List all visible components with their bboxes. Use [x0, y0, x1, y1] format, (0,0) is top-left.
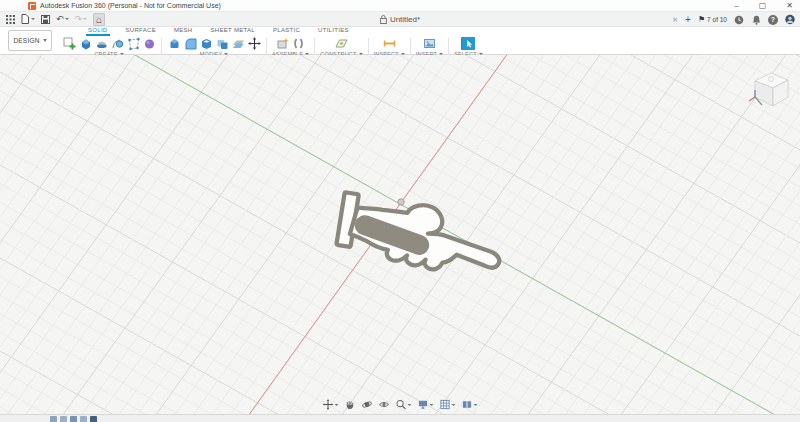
dropdown-caret-icon	[430, 404, 434, 406]
save-icon[interactable]	[41, 13, 50, 26]
group-select: SELECT	[454, 37, 483, 57]
look-at-button[interactable]	[378, 398, 391, 411]
pan-hand-button[interactable]	[344, 398, 357, 411]
joint-icon[interactable]	[292, 37, 306, 50]
dropdown-caret-icon	[31, 18, 35, 20]
dropdown-caret-icon	[452, 404, 456, 406]
move-icon[interactable]	[247, 37, 261, 50]
home-button[interactable]: ⌂	[93, 13, 105, 26]
group-construct: CONSTRUCT	[320, 37, 362, 57]
grid-snaps-button[interactable]	[439, 398, 457, 411]
orbit-button[interactable]	[361, 398, 374, 411]
pan-button[interactable]	[322, 398, 340, 411]
magnifier-icon	[396, 399, 407, 410]
dropdown-caret-icon	[474, 404, 478, 406]
dropdown-caret-icon	[408, 404, 412, 406]
navigation-bar	[322, 398, 479, 411]
group-assemble: ASSEMBLE	[272, 37, 309, 57]
document-tab[interactable]: Untitled*	[380, 12, 420, 27]
group-create: CREATE	[62, 37, 156, 57]
ribbon-tabs: SOLID SURFACE MESH SHEET METAL PLASTIC U…	[58, 27, 800, 36]
group-separator	[410, 38, 411, 55]
dropdown-caret-icon	[65, 18, 69, 20]
tab-solid[interactable]: SOLID	[86, 27, 110, 36]
save-counter-text: 7 of 10	[707, 16, 727, 23]
group-separator	[314, 38, 315, 55]
document-tab-label: Untitled*	[390, 15, 420, 24]
insert-canvas-icon[interactable]	[422, 37, 436, 50]
tab-mesh[interactable]: MESH	[172, 27, 195, 36]
free-saves-counter[interactable]: ⚑ 7 of 10	[698, 15, 727, 24]
tab-utilities[interactable]: UTILITIES	[316, 27, 351, 36]
create-sketch-icon[interactable]	[62, 37, 76, 50]
timeline-step-back-button[interactable]	[60, 416, 67, 422]
undo-button[interactable]: ↶	[56, 13, 69, 26]
timeline-bar[interactable]	[0, 414, 800, 422]
timeline-play-button[interactable]	[70, 416, 77, 422]
dropdown-caret-icon	[83, 18, 87, 20]
title-bar: Autodesk Fusion 360 (Personal - Not for …	[0, 0, 800, 12]
application-bar: ↶ ↷ ⌂ Untitled* ✕ + ⚑ 7 of 10 ?	[0, 12, 800, 27]
origin-point[interactable]	[398, 199, 404, 205]
create-form-icon[interactable]	[142, 37, 156, 50]
offset-face-icon[interactable]	[231, 37, 245, 50]
redo-button[interactable]: ↷	[75, 13, 88, 26]
viewcube-x-axis	[749, 97, 755, 101]
four-way-arrow-icon	[323, 399, 334, 410]
group-separator	[161, 38, 162, 55]
group-separator	[266, 38, 267, 55]
tab-surface[interactable]: SURFACE	[124, 27, 158, 36]
data-panel-toggle-icon[interactable]	[6, 13, 15, 26]
tab-close-icon[interactable]: ✕	[672, 16, 678, 24]
display-settings-button[interactable]	[417, 398, 435, 411]
viewport-canvas[interactable]	[0, 55, 800, 414]
file-menu-icon[interactable]	[21, 13, 35, 26]
press-pull-icon[interactable]	[167, 37, 181, 50]
display-settings-icon	[418, 399, 429, 410]
workspace-switcher[interactable]: DESIGN	[8, 30, 52, 51]
tab-sheet-metal[interactable]: SHEET METAL	[209, 27, 257, 36]
new-component-icon[interactable]	[276, 37, 290, 50]
measure-icon[interactable]	[382, 37, 396, 50]
extrude-icon[interactable]	[78, 37, 92, 50]
look-at-eye-icon	[379, 399, 390, 410]
help-icon[interactable]: ?	[768, 15, 778, 25]
tab-plastic[interactable]: PLASTIC	[271, 27, 302, 36]
orbit-icon	[362, 399, 373, 410]
select-icon[interactable]	[461, 37, 475, 50]
flag-icon: ⚑	[698, 15, 705, 24]
group-modify: MODIFY	[167, 37, 261, 57]
timeline-skip-start-button[interactable]	[50, 416, 57, 422]
fusion-360-logo-icon	[28, 2, 36, 10]
notifications-bell-icon[interactable]	[751, 15, 761, 25]
construct-plane-icon[interactable]	[334, 37, 348, 50]
dropdown-caret-icon	[43, 39, 47, 42]
group-separator	[368, 38, 369, 55]
user-avatar[interactable]	[785, 15, 795, 25]
combine-icon[interactable]	[215, 37, 229, 50]
fillet-icon[interactable]	[183, 37, 197, 50]
grid-icon	[440, 399, 451, 410]
loft-icon[interactable]	[126, 37, 140, 50]
viewports-button[interactable]	[461, 398, 479, 411]
job-status-icon[interactable]	[734, 15, 744, 25]
window-title: Autodesk Fusion 360 (Personal - Not for …	[40, 2, 221, 9]
sweep-icon[interactable]	[110, 37, 124, 50]
new-tab-button[interactable]: +	[685, 14, 691, 25]
group-insert: INSERT	[416, 37, 443, 57]
timeline-skip-end-button[interactable]	[90, 416, 97, 422]
shell-icon[interactable]	[199, 37, 213, 50]
window-close-button[interactable]: ✕	[783, 0, 796, 12]
view-cube[interactable]	[746, 65, 794, 117]
window-minimize-button[interactable]: –	[731, 0, 741, 12]
group-inspect: INSPECT	[374, 37, 405, 57]
unsaved-lock-icon	[380, 15, 387, 24]
group-separator	[448, 38, 449, 55]
hand-icon	[345, 399, 356, 410]
revolve-icon[interactable]	[94, 37, 108, 50]
workspace-label: DESIGN	[13, 37, 39, 44]
viewports-icon	[462, 399, 473, 410]
timeline-step-forward-button[interactable]	[80, 416, 87, 422]
window-maximize-button[interactable]: ▢	[756, 0, 770, 12]
zoom-button[interactable]	[395, 398, 413, 411]
